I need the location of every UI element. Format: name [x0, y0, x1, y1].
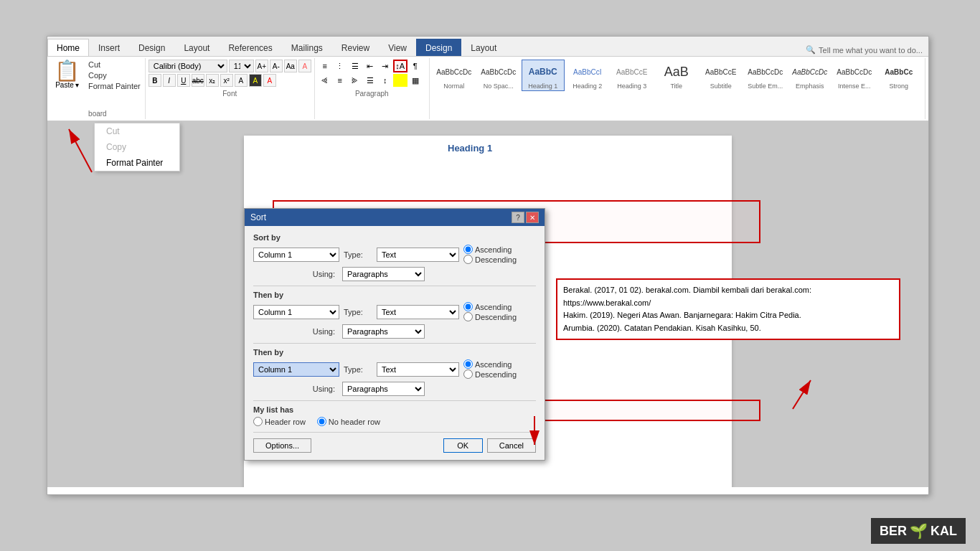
type-label-3: Type: — [344, 365, 372, 374]
sort-button[interactable]: ↕A — [393, 60, 407, 72]
options-button[interactable]: Options... — [253, 438, 311, 453]
superscript-button[interactable]: x² — [220, 74, 233, 87]
then-by-row-2: Column 1 Type: Text Ascending Descending — [253, 359, 536, 379]
tab-layout2[interactable]: Layout — [461, 39, 506, 56]
sort-by-label: Sort by — [253, 233, 536, 242]
references-box: Berakal. (2017, 01 02). berakal.com. Dia… — [556, 278, 900, 340]
highlight-button[interactable]: A — [249, 74, 262, 87]
style-heading2[interactable]: AaBbCcI Heading 2 — [566, 60, 609, 91]
style-intense-em[interactable]: AaBbCcDc Intense E... — [833, 60, 876, 91]
tab-view[interactable]: View — [379, 39, 416, 56]
font-color-button[interactable]: A — [263, 74, 276, 87]
then-by-order-1: Ascending Descending — [463, 302, 517, 321]
tab-design2[interactable]: Design — [416, 39, 461, 56]
style-subtle-em[interactable]: AaBbCcDc Subtle Em... — [744, 60, 787, 91]
align-right-button[interactable]: ⫸ — [348, 74, 362, 87]
style-normal[interactable]: AaBbCcDc Normal — [433, 60, 476, 91]
descending-radio-3[interactable]: Descending — [463, 369, 517, 379]
then-by-column-select-1[interactable]: Column 1 — [253, 305, 339, 319]
decrease-indent-button[interactable]: ⇤ — [363, 60, 377, 72]
ribbon-toolbar: 📋 Paste ▾ Cut Copy Format Painter board … — [47, 57, 928, 121]
font-family-select[interactable]: Calibri (Body) — [149, 60, 227, 72]
bullets-button[interactable]: ≡ — [318, 60, 332, 72]
strikethrough-button[interactable]: abc — [192, 74, 204, 87]
style-no-spacing[interactable]: AaBbCcDc No Spac... — [477, 60, 520, 91]
subscript-button[interactable]: x₂ — [206, 74, 219, 87]
cut-button[interactable]: Cut — [85, 60, 143, 70]
shading-button[interactable] — [393, 74, 407, 87]
font-grow-button[interactable]: A+ — [255, 60, 268, 72]
context-copy[interactable]: Copy — [95, 139, 179, 155]
format-painter-button[interactable]: Format Painter — [85, 81, 143, 91]
sort-by-column-select[interactable]: Column 1 — [253, 248, 339, 262]
tab-layout[interactable]: Layout — [174, 39, 219, 56]
then-by-using-row-2: Using: Paragraphs — [253, 382, 536, 396]
dialog-help-button[interactable]: ? — [512, 212, 524, 223]
multilevel-button[interactable]: ☰ — [348, 60, 362, 72]
tab-mailings[interactable]: Mailings — [282, 39, 332, 56]
header-row-radio[interactable]: Header row — [253, 417, 306, 426]
search-bar[interactable]: 🔍 Tell me what you want to do... — [800, 44, 928, 56]
line-spacing-button[interactable]: ↕ — [378, 74, 392, 87]
style-subtitle[interactable]: AaBbCcE Subtitle — [699, 60, 743, 91]
context-cut[interactable]: Cut — [95, 123, 179, 139]
style-emphasis[interactable]: AaBbCcDc Emphasis — [788, 60, 831, 91]
context-format-painter[interactable]: Format Painter — [95, 155, 179, 171]
descending-radio-2[interactable]: Descending — [463, 312, 517, 321]
align-left-button[interactable]: ⫷ — [318, 74, 332, 87]
font-shrink-button[interactable]: A- — [270, 60, 283, 72]
copy-button[interactable]: Copy — [85, 70, 143, 80]
then-by-type-select-2[interactable]: Text — [377, 362, 459, 377]
underline-button[interactable]: U — [177, 74, 190, 87]
show-formatting-button[interactable]: ¶ — [408, 60, 423, 72]
change-case-button[interactable]: Aa — [284, 60, 297, 72]
align-center-button[interactable]: ≡ — [333, 74, 347, 87]
tab-design[interactable]: Design — [129, 39, 174, 56]
ref-line-2: Hakim. (2019). Negeri Atas Awan. Banjarn… — [563, 309, 893, 322]
font-size-select[interactable]: 11 — [229, 60, 254, 72]
ascending-radio-2[interactable]: Ascending — [463, 302, 517, 311]
then-by-column-select-2[interactable]: Column 1 — [253, 362, 339, 377]
tab-insert[interactable]: Insert — [89, 39, 129, 56]
then-by-using-select-2[interactable]: Paragraphs — [342, 382, 425, 396]
style-strong[interactable]: AaBbCc Strong — [877, 60, 920, 91]
watermark-logo: 🌱 — [910, 522, 928, 540]
clear-format-button[interactable]: A — [298, 60, 311, 72]
style-heading3[interactable]: AaBbCcE Heading 3 — [611, 60, 654, 91]
context-menu: Cut Copy Format Painter — [94, 123, 180, 171]
borders-button[interactable]: ▦ — [408, 74, 423, 87]
paste-button[interactable]: 📋 Paste ▾ — [52, 60, 83, 108]
italic-button[interactable]: I — [163, 74, 176, 87]
descending-radio-1[interactable]: Descending — [463, 255, 517, 264]
then-by-type-select-1[interactable]: Text — [377, 305, 459, 319]
style-heading1[interactable]: AaBbC Heading 1 — [522, 60, 565, 91]
text-effects-button[interactable]: A — [235, 74, 248, 87]
tab-review[interactable]: Review — [332, 39, 379, 56]
justify-button[interactable]: ☰ — [363, 74, 377, 87]
sort-by-type-select[interactable]: Text — [377, 248, 459, 262]
dialog-footer: Options... OK Cancel — [253, 432, 536, 453]
watermark-text-after: KAL — [930, 524, 957, 539]
dialog-close-button[interactable]: ✕ — [526, 212, 539, 223]
cancel-button[interactable]: Cancel — [487, 438, 536, 453]
watermark: BER 🌱 KAL — [871, 518, 966, 544]
tab-references[interactable]: References — [219, 39, 281, 56]
tab-home[interactable]: Home — [47, 39, 89, 56]
sort-by-using-row: Using: Paragraphs — [253, 267, 536, 281]
increase-indent-button[interactable]: ⇥ — [378, 60, 392, 72]
style-title[interactable]: AaB Title — [655, 60, 698, 91]
heading1-label: Heading 1 — [448, 143, 492, 154]
ok-button[interactable]: OK — [443, 438, 483, 453]
numbering-button[interactable]: ⋮ — [333, 60, 347, 72]
no-header-row-radio[interactable]: No header row — [317, 417, 380, 426]
sort-by-row: Column 1 Type: Text Ascending Descending — [253, 245, 536, 264]
ascending-radio-1[interactable]: Ascending — [463, 245, 517, 254]
search-icon: 🔍 — [806, 45, 816, 55]
ascending-radio-3[interactable]: Ascending — [463, 359, 517, 369]
divider-2 — [253, 343, 536, 344]
styles-group: AaBbCcDc Normal AaBbCcDc No Spac... AaBb… — [430, 58, 925, 119]
sort-by-using-select[interactable]: Paragraphs — [342, 267, 425, 281]
then-by-using-select-1[interactable]: Paragraphs — [342, 324, 425, 339]
type-label-1: Type: — [344, 250, 372, 259]
bold-button[interactable]: B — [149, 74, 161, 87]
